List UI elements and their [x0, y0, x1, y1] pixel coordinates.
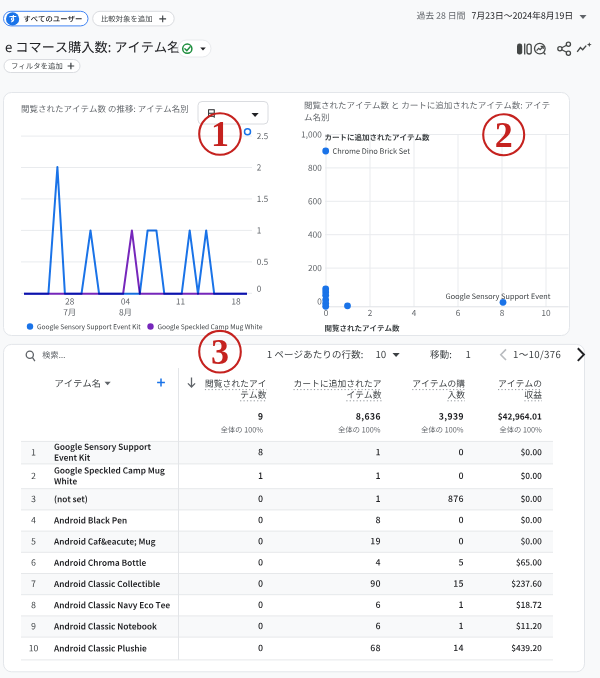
svg-text:1: 1 — [211, 114, 229, 154]
svg-text:3: 3 — [211, 332, 229, 372]
svg-text:2: 2 — [495, 115, 513, 155]
